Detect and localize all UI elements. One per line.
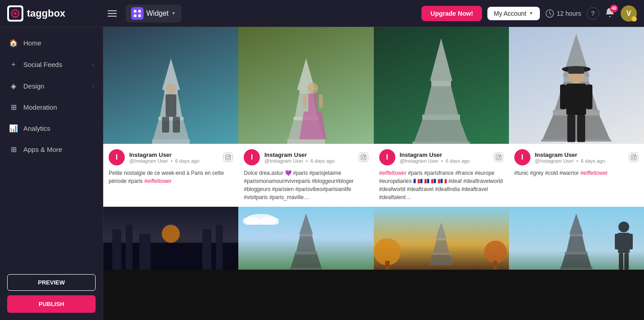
svg-rect-32 [361,155,366,160]
svg-point-34 [364,156,365,156]
user-avatar: I [379,149,395,165]
sidebar-item-apps-more[interactable]: ⊞ Apps & More [0,139,103,160]
sidebar-item-label: Design [23,82,44,90]
account-button[interactable]: My Account ▼ [487,7,539,20]
svg-rect-94 [615,234,619,249]
svg-rect-5 [134,14,136,17]
sidebar-item-label: Social Feeds [23,61,62,68]
svg-rect-31 [319,94,323,108]
svg-rect-38 [422,115,460,120]
analytics-icon: 📊 [9,124,18,133]
notifications-button[interactable]: 40 [605,7,615,20]
svg-rect-57 [577,115,585,142]
sidebar-item-design[interactable]: ◈ Design › [0,76,103,97]
svg-marker-86 [570,213,583,234]
user-name: Instagram User [129,151,219,158]
svg-rect-15 [166,94,176,117]
svg-rect-40 [412,142,470,144]
svg-rect-26 [287,139,325,144]
sidebar-item-analytics[interactable]: 📊 Analytics [0,118,103,139]
chevron-down-icon: ▼ [171,11,176,16]
sidebar-item-social-feeds[interactable]: ＋ Social Feeds › [0,53,103,76]
svg-rect-97 [624,253,629,270]
publish-button[interactable]: PUBLISH [7,295,96,313]
post-text: Dolce drea.astur 💜 #paris #parisjetaime … [244,169,368,201]
svg-marker-35 [430,38,452,81]
hours-label: 12 hours [557,10,581,17]
post-card [374,207,509,270]
svg-rect-17 [173,117,180,133]
help-icon[interactable]: ? [587,7,599,20]
svg-point-67 [162,225,180,243]
widget-label: Widget [146,9,169,18]
svg-rect-16 [162,117,169,133]
post-card [103,207,238,270]
post-text: #eiffeltower #paris #parisfrance #france… [379,169,504,201]
svg-rect-55 [586,84,592,109]
user-avatar: I [514,149,530,165]
sidebar: 🏠 Home ＋ Social Feeds › ◈ Design › ⊞ Mod… [0,27,103,320]
svg-rect-6 [138,14,141,17]
svg-rect-91 [560,267,592,269]
svg-marker-29 [299,111,326,139]
avatar-badge [631,16,637,22]
logo: taggbox [7,5,97,22]
sidebar-footer: PREVIEW PUBLISH [0,267,103,320]
post-image [103,27,238,144]
svg-rect-93 [618,233,630,253]
svg-rect-69 [300,234,312,236]
social-feeds-icon: ＋ [9,60,18,69]
sidebar-item-label: Analytics [23,124,50,132]
user-avatar: I [244,149,260,165]
svg-point-59 [632,156,635,159]
post-text: Petite nostalgie de ce week-end à Paris … [109,169,233,185]
sidebar-item-label: Home [23,39,41,47]
account-chevron-icon: ▼ [529,11,534,16]
sidebar-item-label: Apps & More [23,146,62,153]
svg-rect-13 [152,139,190,144]
post-card [238,207,373,270]
widget-selector[interactable]: Widget ▼ [126,4,181,22]
logo-text: taggbox [27,8,66,19]
post-card: I Instagram User @Instagram User • 6 day… [374,27,509,207]
svg-point-42 [497,156,500,159]
svg-point-43 [499,156,500,156]
notification-badge: 40 [610,4,618,13]
hamburger-menu[interactable] [108,10,117,17]
clock-icon [545,9,554,18]
svg-marker-70 [296,236,316,252]
svg-point-14 [166,84,176,94]
sidebar-nav: 🏠 Home ＋ Social Feeds › ◈ Design › ⊞ Mod… [0,27,103,267]
svg-rect-3 [134,10,136,13]
svg-rect-66 [216,225,223,270]
svg-rect-54 [560,84,566,109]
avatar-letter: V [626,9,631,18]
post-image [374,27,509,144]
svg-rect-85 [493,261,497,270]
svg-point-20 [229,156,230,156]
upgrade-button[interactable]: Upgrade Now! [421,6,482,21]
svg-rect-4 [138,10,141,13]
svg-point-83 [484,240,507,263]
svg-marker-88 [566,236,586,252]
instagram-icon [223,152,233,162]
user-handle: @Instagram User • 6 days ago [535,158,624,164]
post-image [509,27,644,144]
user-handle: @Instagram User • 6 days ago [400,158,489,164]
svg-point-2 [14,12,17,15]
sidebar-item-home[interactable]: 🏠 Home [0,32,103,53]
post-text: #tunic #grey #cold #warrior #eiffeltower [514,169,639,177]
svg-rect-65 [202,229,211,270]
design-icon: ◈ [9,82,18,90]
preview-button[interactable]: PREVIEW [7,274,96,291]
post-image [238,207,373,270]
avatar[interactable]: V [621,5,637,22]
header: taggbox Widget ▼ Upgrade Now! My Account… [0,0,644,27]
svg-marker-37 [424,86,458,115]
svg-rect-36 [431,81,451,86]
svg-point-60 [635,156,635,156]
svg-marker-68 [299,213,313,234]
sidebar-item-moderation[interactable]: ⊞ Moderation [0,97,103,118]
user-handle: @Instagram User • 6 days ago [129,158,219,164]
chevron-right-icon: › [92,62,94,68]
